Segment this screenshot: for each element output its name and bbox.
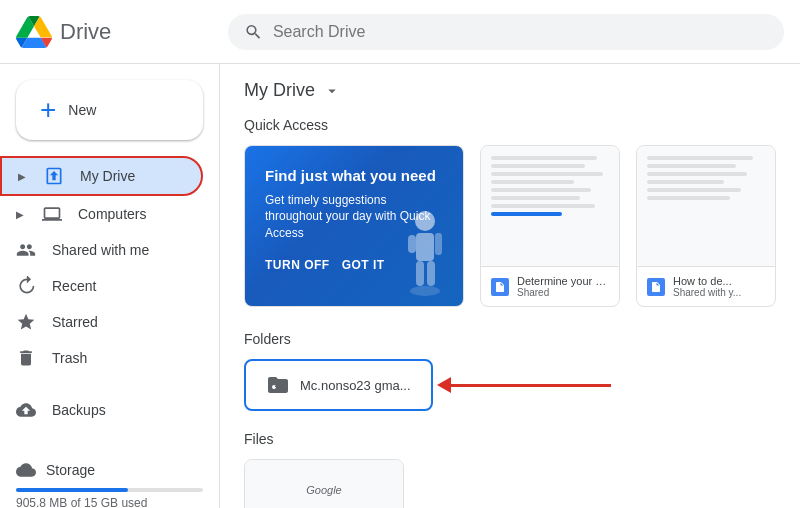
- sidebar-item-backups[interactable]: Backups: [0, 392, 203, 428]
- sidebar-item-shared-label: Shared with me: [52, 242, 149, 258]
- svg-rect-6: [427, 261, 435, 286]
- shared-icon: [16, 240, 36, 260]
- promo-figure-icon: [398, 206, 453, 296]
- svg-rect-3: [408, 235, 416, 253]
- file-card-1[interactable]: Google: [244, 459, 404, 508]
- sidebar-item-backups-label: Backups: [52, 402, 106, 418]
- page-title: My Drive: [244, 80, 315, 101]
- sidebar-item-recent-label: Recent: [52, 278, 96, 294]
- doc-info-2: How to de... Shared with y...: [637, 266, 775, 306]
- search-input[interactable]: [273, 23, 768, 41]
- sidebar-item-starred-label: Starred: [52, 314, 98, 330]
- star-icon: [16, 312, 36, 332]
- top-bar: Drive: [0, 0, 800, 64]
- content-area: My Drive Quick Access Find just what you…: [220, 64, 800, 508]
- sidebar-item-computers[interactable]: ▶ Computers: [0, 196, 203, 232]
- main-layout: + New ▶ My Drive ▶ Computers Shared wi: [0, 64, 800, 508]
- storage-label: Storage: [46, 462, 95, 478]
- doc-icon-2: [647, 278, 665, 296]
- doc-icon-1: [491, 278, 509, 296]
- doc-name-2: How to de...: [673, 275, 765, 287]
- new-button-label: New: [68, 102, 96, 118]
- doc-info-1: Determine your util... Shared: [481, 266, 619, 306]
- folder-icon: [266, 373, 290, 397]
- file-preview-img: Google: [245, 460, 403, 508]
- got-it-button[interactable]: GOT IT: [342, 254, 385, 276]
- recent-icon: [16, 276, 36, 296]
- promo-content: Find just what you need Get timely sugge…: [245, 146, 463, 296]
- quick-access-promo-card: Find just what you need Get timely sugge…: [244, 145, 464, 307]
- computers-icon: [42, 204, 62, 224]
- plus-icon: +: [40, 96, 56, 124]
- doc-shared-2: Shared with y...: [673, 287, 765, 298]
- doc-preview-1: [481, 146, 619, 266]
- turn-off-button[interactable]: TURN OFF: [265, 254, 330, 276]
- files-title: Files: [244, 431, 776, 447]
- quick-access-grid: Find just what you need Get timely sugge…: [244, 145, 776, 307]
- sidebar-item-my-drive-label: My Drive: [80, 168, 135, 184]
- trash-icon: [16, 348, 36, 368]
- promo-title: Find just what you need: [265, 166, 443, 186]
- svg-rect-4: [435, 233, 442, 255]
- drive-logo-icon: [16, 14, 52, 50]
- sidebar-item-trash-label: Trash: [52, 350, 87, 366]
- storage-used-text: 905.8 MB of 15 GB used: [16, 496, 203, 508]
- svg-rect-2: [416, 233, 434, 261]
- backup-icon: [16, 400, 36, 420]
- chevron-icon-computers: ▶: [16, 209, 24, 220]
- my-drive-icon: [44, 166, 64, 186]
- svg-point-0: [410, 286, 440, 296]
- files-section: Files Google: [244, 431, 776, 508]
- arrow-line: [451, 384, 611, 387]
- sidebar-item-computers-label: Computers: [78, 206, 146, 222]
- folder-name-1: Mc.nonso23 gma...: [300, 378, 411, 393]
- search-bar[interactable]: [228, 14, 784, 50]
- doc-shared-1: Shared: [517, 287, 609, 298]
- sidebar-item-recent[interactable]: Recent: [0, 268, 203, 304]
- app-title: Drive: [60, 19, 111, 45]
- page-header: My Drive: [244, 80, 776, 101]
- search-icon: [244, 22, 263, 42]
- sidebar: + New ▶ My Drive ▶ Computers Shared wi: [0, 64, 220, 508]
- svg-rect-5: [416, 261, 424, 286]
- storage-bar: [16, 488, 203, 492]
- sidebar-item-starred[interactable]: Starred: [0, 304, 203, 340]
- doc-preview-2: [637, 146, 775, 266]
- folder-item-1[interactable]: Mc.nonso23 gma...: [244, 359, 433, 411]
- sidebar-item-my-drive[interactable]: ▶ My Drive: [0, 156, 203, 196]
- folders-section: Folders Mc.nonso23 gma...: [244, 331, 776, 411]
- folders-title: Folders: [244, 331, 776, 347]
- dropdown-arrow-icon[interactable]: [323, 82, 341, 100]
- doc-name-1: Determine your util...: [517, 275, 609, 287]
- svg-point-1: [415, 211, 435, 231]
- quick-access-title: Quick Access: [244, 117, 776, 133]
- doc-card-2[interactable]: How to de... Shared with y...: [636, 145, 776, 307]
- doc-card-1[interactable]: Determine your util... Shared: [480, 145, 620, 307]
- sidebar-item-trash[interactable]: Trash: [0, 340, 203, 376]
- storage-bar-fill: [16, 488, 128, 492]
- folder-grid: Mc.nonso23 gma...: [244, 359, 776, 411]
- storage-section: Storage 905.8 MB of 15 GB used UPGRADE S…: [0, 444, 219, 508]
- chevron-icon: ▶: [18, 171, 26, 182]
- logo-area: Drive: [16, 14, 216, 50]
- arrow-head: [437, 377, 451, 393]
- sidebar-item-shared[interactable]: Shared with me: [0, 232, 203, 268]
- cloud-icon: [16, 460, 36, 480]
- new-button[interactable]: + New: [16, 80, 203, 140]
- quick-access-section: Quick Access Find just what you need Get…: [244, 117, 776, 307]
- arrow-annotation: [437, 377, 611, 393]
